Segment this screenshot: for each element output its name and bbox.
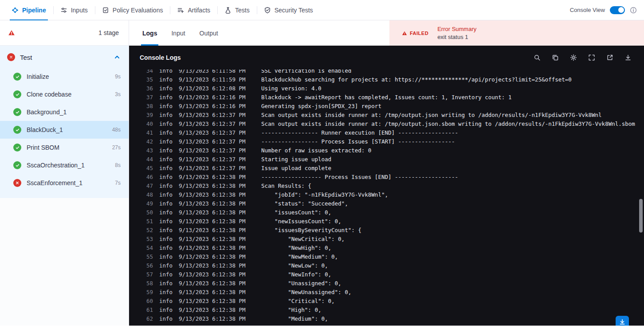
success-icon bbox=[13, 144, 21, 151]
log-level: info bbox=[159, 120, 174, 128]
step-clone-codebase[interactable]: Clone codebase3s bbox=[0, 85, 129, 103]
step-sscaorchestration_1[interactable]: SscaOrchestration_18s bbox=[0, 156, 129, 174]
log-message: Starting issue upload bbox=[261, 155, 331, 164]
log-level: info bbox=[159, 75, 174, 84]
log-line-number: 48 bbox=[145, 190, 153, 199]
log-line: 60info9/13/2023 6:12:38 PM "Critical": 0… bbox=[145, 297, 644, 306]
topnav-right: Console View bbox=[570, 0, 637, 20]
log-message: "newIssuesCount": 0, bbox=[261, 217, 342, 226]
step-blackduck_1[interactable]: BlackDuck_148s bbox=[0, 121, 129, 139]
search-icon[interactable] bbox=[534, 54, 541, 61]
main-topbar: Logs Input Output FAILED Error Summary e… bbox=[129, 20, 644, 46]
copy-icon[interactable] bbox=[552, 54, 559, 61]
log-line-number: 36 bbox=[145, 84, 153, 93]
step-background_1[interactable]: Background_1 bbox=[0, 103, 129, 121]
step-list: Initialize9sClone codebase3sBackground_1… bbox=[0, 68, 129, 192]
log-line: 39info9/13/2023 6:12:37 PMScan output ex… bbox=[145, 111, 644, 120]
top-navigation: PipelineInputsPolicy EvaluationsArtifact… bbox=[0, 0, 644, 20]
tests-icon bbox=[224, 7, 232, 14]
log-timestamp: 9/13/2023 6:12:38 PM bbox=[179, 279, 248, 288]
log-line: 61info9/13/2023 6:12:38 PM "High": 0, bbox=[145, 306, 644, 314]
log-line: 44info9/13/2023 6:12:37 PMStarting issue… bbox=[145, 155, 644, 164]
step-duration: 9s bbox=[115, 74, 121, 80]
log-level: info bbox=[159, 173, 174, 182]
log-message: SSL verification is enabled bbox=[261, 70, 351, 75]
topnav-tab-artifacts[interactable]: Artifacts bbox=[170, 0, 217, 20]
log-message: "NewInfo": 0, bbox=[261, 270, 331, 279]
error-summary-message: exit status 1 bbox=[437, 34, 476, 40]
log-level: info bbox=[159, 155, 174, 164]
log-line: 56info9/13/2023 6:12:38 PM "NewLow": 0, bbox=[145, 261, 644, 270]
log-message: Blackduckhub searching for projects at: … bbox=[261, 75, 572, 84]
log-line: 38info9/13/2023 6:12:16 PMGenerating spd… bbox=[145, 102, 644, 111]
log-line: 62info9/13/2023 6:12:38 PM "Medium": 0, bbox=[145, 314, 644, 323]
log-message: "Critical": 0, bbox=[261, 297, 335, 306]
scroll-to-bottom-button[interactable] bbox=[616, 316, 629, 326]
log-line: 51info9/13/2023 6:12:38 PM "newIssuesCou… bbox=[145, 217, 644, 226]
success-icon bbox=[13, 90, 21, 98]
log-line: 49info9/13/2023 6:12:38 PM "status": "Su… bbox=[145, 199, 644, 208]
log-message: Using version: 4.0 bbox=[261, 84, 321, 93]
tab-input[interactable]: Input bbox=[171, 20, 185, 46]
stage-header-test[interactable]: Test bbox=[0, 46, 129, 68]
log-level: info bbox=[159, 244, 174, 252]
error-summary-title: Error Summary bbox=[437, 26, 476, 32]
fullscreen-icon[interactable] bbox=[588, 54, 595, 61]
sidebar-stage-summary: 1 stage bbox=[0, 20, 129, 46]
log-message: "NewLow": 0, bbox=[261, 261, 328, 270]
log-message: ------------------ Process Issues [END] … bbox=[261, 173, 458, 182]
topnav-tab-policy-evaluations[interactable]: Policy Evaluations bbox=[95, 0, 170, 20]
log-timestamp: 9/13/2023 6:12:37 PM bbox=[179, 146, 248, 155]
log-area: 34info9/13/2023 6:11:58 PMSSL verificati… bbox=[129, 70, 644, 326]
tab-label: Inputs bbox=[71, 7, 88, 14]
log-timestamp: 9/13/2023 6:12:38 PM bbox=[179, 217, 248, 226]
log-line: 48info9/13/2023 6:12:38 PM "jobId": "-n1… bbox=[145, 190, 644, 199]
topnav-tab-inputs[interactable]: Inputs bbox=[53, 0, 95, 20]
step-initialize[interactable]: Initialize9s bbox=[0, 68, 129, 85]
log-message: Generating spdx-json[SPDX_23] report bbox=[261, 102, 381, 111]
log-level: info bbox=[159, 297, 174, 306]
log-level: info bbox=[159, 111, 174, 120]
log-line: 40info9/13/2023 6:12:37 PMScan output ex… bbox=[145, 120, 644, 128]
topnav-tab-security-tests[interactable]: Security Tests bbox=[257, 0, 320, 20]
tab-label: Security Tests bbox=[275, 7, 313, 14]
console-scrollbar-thumb[interactable] bbox=[639, 199, 643, 233]
log-line: 34info9/13/2023 6:11:58 PMSSL verificati… bbox=[145, 70, 644, 75]
log-level: info bbox=[159, 128, 174, 137]
log-timestamp: 9/13/2023 6:12:38 PM bbox=[179, 190, 248, 199]
log-message: "status": "Succeeded", bbox=[261, 199, 348, 208]
info-icon[interactable] bbox=[630, 7, 637, 14]
log-message: ----------------- Runner execution [END]… bbox=[261, 128, 458, 137]
log-line-number: 58 bbox=[145, 279, 153, 288]
console-view-toggle[interactable] bbox=[610, 6, 625, 14]
log-level: info bbox=[159, 146, 174, 155]
open-in-new-icon[interactable] bbox=[606, 54, 613, 61]
log-timestamp: 9/13/2023 6:12:38 PM bbox=[179, 182, 248, 190]
log-timestamp: 9/13/2023 6:12:37 PM bbox=[179, 111, 248, 120]
failed-icon bbox=[13, 179, 21, 187]
log-level: info bbox=[159, 217, 174, 226]
log-line-number: 39 bbox=[145, 111, 153, 120]
tab-output[interactable]: Output bbox=[200, 20, 218, 46]
log-line-number: 59 bbox=[145, 288, 153, 297]
tab-logs[interactable]: Logs bbox=[142, 20, 157, 46]
failed-icon bbox=[7, 53, 15, 61]
settings-icon[interactable] bbox=[570, 54, 577, 61]
log-timestamp: 9/13/2023 6:12:38 PM bbox=[179, 288, 248, 297]
topnav-tab-tests[interactable]: Tests bbox=[217, 0, 257, 20]
chevron-up-icon[interactable] bbox=[114, 54, 121, 61]
log-timestamp: 9/13/2023 6:12:38 PM bbox=[179, 252, 248, 261]
step-duration: 27s bbox=[112, 144, 121, 151]
download-icon[interactable] bbox=[624, 54, 632, 61]
topnav-tab-pipeline[interactable]: Pipeline bbox=[4, 0, 53, 20]
topnav-tabs: PipelineInputsPolicy EvaluationsArtifact… bbox=[4, 0, 320, 20]
log-line: 54info9/13/2023 6:12:38 PM "NewHigh": 0, bbox=[145, 244, 644, 252]
log-line: 43info9/13/2023 6:12:37 PMNumber of raw … bbox=[145, 146, 644, 155]
step-label: Clone codebase bbox=[27, 91, 110, 98]
log-timestamp: 9/13/2023 6:12:38 PM bbox=[179, 199, 248, 208]
log-line: 41info9/13/2023 6:12:37 PM--------------… bbox=[145, 128, 644, 137]
stage-name: Test bbox=[20, 54, 109, 61]
step-print-sbom[interactable]: Print SBOM27s bbox=[0, 139, 129, 156]
log-message: "Unassigned": 0, bbox=[261, 279, 342, 288]
step-sscaenforcement_1[interactable]: SscaEnforcement_17s bbox=[0, 174, 129, 192]
